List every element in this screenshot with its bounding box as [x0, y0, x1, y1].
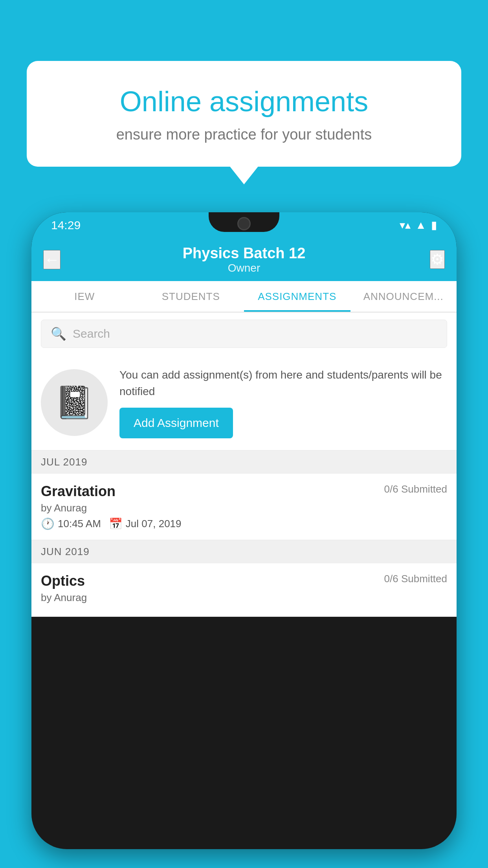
- assignment-item-optics[interactable]: Optics 0/6 Submitted by Anurag: [31, 563, 457, 617]
- app-header: ← Physics Batch 12 Owner ⚙: [31, 238, 457, 281]
- assignment-submitted-optics: 0/6 Submitted: [384, 573, 447, 585]
- status-icons: ▾▴ ▲ ▮: [400, 219, 437, 232]
- add-assignment-button[interactable]: Add Assignment: [119, 408, 233, 438]
- assignment-meta: 🕐 10:45 AM 📅 Jul 07, 2019: [41, 517, 447, 530]
- phone-wrapper: 14:29 ▾▴ ▲ ▮ ← Physics Batch 12 Owner ⚙ …: [31, 212, 457, 868]
- speech-bubble-container: Online assignments ensure more practice …: [27, 61, 461, 167]
- assignment-author-optics: by Anurag: [41, 592, 447, 604]
- search-placeholder: Search: [73, 327, 110, 340]
- phone-frame: 14:29 ▾▴ ▲ ▮ ← Physics Batch 12 Owner ⚙ …: [31, 212, 457, 849]
- search-icon: 🔍: [51, 326, 66, 341]
- header-title: Physics Batch 12: [183, 245, 306, 262]
- header-subtitle: Owner: [183, 262, 306, 274]
- assignment-date: 📅 Jul 07, 2019: [109, 517, 182, 530]
- assignment-name: Gravitation: [41, 483, 116, 500]
- assignment-top-row: Gravitation 0/6 Submitted: [41, 483, 447, 500]
- battery-icon: ▮: [431, 219, 437, 232]
- speech-bubble-title: Online assignments: [58, 85, 430, 118]
- header-title-area: Physics Batch 12 Owner: [183, 245, 306, 274]
- assignment-submitted: 0/6 Submitted: [384, 483, 447, 495]
- calendar-icon: 📅: [109, 517, 123, 530]
- promo-icon-circle: 📓: [41, 369, 108, 436]
- tab-students[interactable]: STUDENTS: [138, 281, 244, 312]
- status-time: 14:29: [51, 219, 81, 232]
- settings-button[interactable]: ⚙: [430, 250, 445, 269]
- search-bar[interactable]: 🔍 Search: [41, 320, 447, 348]
- search-container: 🔍 Search: [31, 313, 457, 355]
- tab-assignments[interactable]: ASSIGNMENTS: [244, 281, 350, 312]
- back-button[interactable]: ←: [43, 250, 61, 269]
- assignment-author: by Anurag: [41, 502, 447, 514]
- tabs-bar: IEW STUDENTS ASSIGNMENTS ANNOUNCEM...: [31, 281, 457, 313]
- section-header-jun2019: JUN 2019: [31, 540, 457, 563]
- speech-bubble-subtitle: ensure more practice for your students: [58, 126, 430, 143]
- notebook-icon: 📓: [55, 384, 94, 421]
- promo-text: You can add assignment(s) from here and …: [119, 367, 447, 400]
- status-bar: 14:29 ▾▴ ▲ ▮: [31, 212, 457, 238]
- assignment-name-optics: Optics: [41, 573, 85, 589]
- add-assignment-promo: 📓 You can add assignment(s) from here an…: [31, 355, 457, 451]
- assignment-top-row-optics: Optics 0/6 Submitted: [41, 573, 447, 589]
- signal-icon: ▲: [415, 219, 426, 232]
- tab-iew[interactable]: IEW: [31, 281, 138, 312]
- phone-content: 🔍 Search 📓 You can add assignment(s) fro…: [31, 313, 457, 617]
- speech-bubble: Online assignments ensure more practice …: [27, 61, 461, 167]
- promo-right: You can add assignment(s) from here and …: [119, 367, 447, 438]
- clock-icon: 🕐: [41, 517, 55, 530]
- section-header-jul2019: JUL 2019: [31, 451, 457, 474]
- assignment-item-gravitation[interactable]: Gravitation 0/6 Submitted by Anurag 🕐 10…: [31, 474, 457, 540]
- wifi-icon: ▾▴: [400, 219, 411, 232]
- assignment-time: 🕐 10:45 AM: [41, 517, 101, 530]
- tab-announcements[interactable]: ANNOUNCEM...: [350, 281, 457, 312]
